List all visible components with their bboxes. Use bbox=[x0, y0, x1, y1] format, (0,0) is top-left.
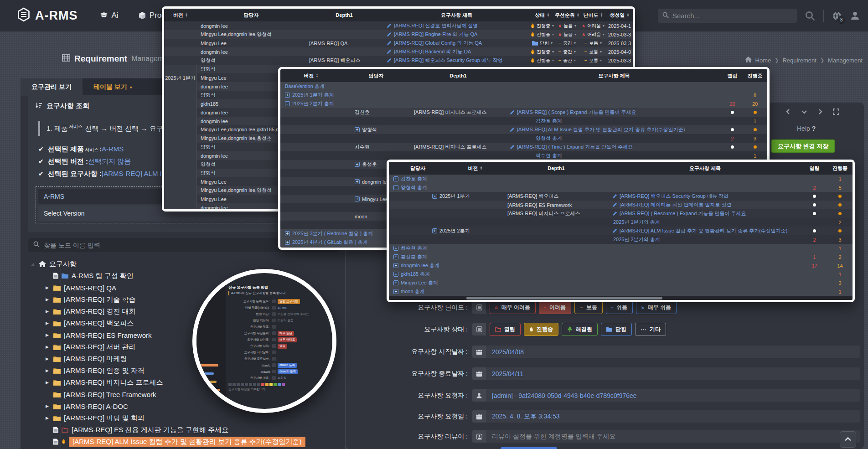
requirement-title-link[interactable]: [ARMS-REQ] 백오피스 Security Group 메뉴 작업 bbox=[394, 57, 503, 64]
sort-icon[interactable]: ▲▼ bbox=[600, 13, 603, 17]
expand-icon[interactable]: + bbox=[393, 176, 398, 181]
requirement-title-link[interactable]: [ARMS-REQ] ( Scope ) Expand 기능을 만들어 주세요 bbox=[517, 109, 636, 116]
tree-item[interactable]: ▶[ARMS-REQ] 미팅 및 회의 bbox=[27, 412, 344, 424]
expand-icon[interactable]: + bbox=[393, 246, 398, 251]
difficulty-dropdown[interactable]: ∧어려움▾ bbox=[582, 23, 604, 29]
status-option-해결됨[interactable]: 해결됨 bbox=[562, 323, 598, 336]
expand-icon[interactable]: + bbox=[355, 196, 360, 201]
tree-expand-icon[interactable]: ▶ bbox=[44, 297, 50, 302]
difficulty-dropdown[interactable]: −보통▾ bbox=[584, 49, 602, 55]
search-submit-icon[interactable] bbox=[805, 11, 815, 21]
field-value[interactable]: [admin] - 9af24080-050d-4943-b40e-d789c0… bbox=[486, 389, 860, 402]
status-dropdown[interactable]: 진행중▾ bbox=[531, 57, 554, 64]
field-value[interactable]: 리뷰어 설정을 위한 계정명을 입력해 주세요 bbox=[486, 430, 860, 443]
status-dropdown[interactable]: 진행중▾ bbox=[531, 31, 554, 38]
field-value[interactable]: 2025/04/11 bbox=[486, 367, 860, 380]
field-value[interactable]: 2025. 4. 8. 오후 3:34:53 bbox=[486, 410, 860, 423]
difficulty-option-매우 어려움[interactable]: «매우 어려움 bbox=[490, 301, 536, 314]
difficulty-option-쉬움[interactable]: ›쉬움 bbox=[606, 301, 633, 314]
difficulty-option-어려움[interactable]: ‹어려움 bbox=[539, 301, 571, 314]
tree-expand-icon[interactable]: ▶ bbox=[44, 380, 50, 385]
tree-item[interactable]: [ARMS-REQ] ES 전용 게시판 기능을 구현해 주세요 bbox=[27, 424, 344, 436]
requirement-title-link[interactable]: [ARMS-REQ] ( Time ) Expand 기능을 만들어 주세요 bbox=[517, 144, 633, 150]
expand-icon[interactable]: + bbox=[393, 263, 398, 268]
tree-collapse-icon[interactable]: ◢ bbox=[30, 262, 36, 266]
expand-icon[interactable]: + bbox=[285, 93, 290, 98]
tree-expand-icon[interactable]: ▶ bbox=[44, 333, 50, 337]
tree-expand-icon[interactable]: ▶ bbox=[44, 356, 50, 361]
tree-expand-icon[interactable]: ▶ bbox=[44, 321, 50, 325]
expand-icon[interactable]: + bbox=[285, 240, 290, 245]
expand-icon[interactable]: + bbox=[355, 179, 360, 184]
requirement-title-link[interactable]: [ARMS-REQ] ALM Issue 컬럼 추가 및 현황관리 보기 종류 … bbox=[517, 126, 685, 133]
expand-icon[interactable]: + bbox=[432, 228, 437, 233]
breadcrumb-section[interactable]: Requirement bbox=[782, 57, 816, 64]
status-dropdown[interactable]: 진행중▾ bbox=[531, 23, 554, 29]
tree-item[interactable]: ◢요구사항 bbox=[27, 258, 344, 270]
horizontal-scrollbar[interactable] bbox=[389, 296, 852, 300]
difficulty-dropdown[interactable]: ∧어려움▾ bbox=[582, 31, 604, 38]
priority-dropdown[interactable]: ∧높음▾ bbox=[558, 23, 576, 29]
tree-expand-icon[interactable]: ▶ bbox=[44, 404, 50, 408]
priority-dropdown[interactable]: −중간▾ bbox=[558, 49, 576, 55]
requirement-title-link[interactable]: [ARMS-REQ] Engine-Fire 의 기능 QA bbox=[394, 31, 477, 38]
status-dropdown[interactable]: 닫힘▾ bbox=[532, 40, 553, 46]
tree-item[interactable]: [ARMS-REQ] ALM Issue 컬럼 추가 및 현황관리 보기 종류 … bbox=[27, 436, 344, 448]
tab-requirement-view[interactable]: 요구관리 보기 bbox=[21, 78, 83, 96]
sort-icon[interactable]: ▲▼ bbox=[627, 13, 630, 17]
sort-icon[interactable]: ▲▼ bbox=[547, 13, 550, 17]
difficulty-dropdown[interactable]: −보통▾ bbox=[584, 40, 602, 46]
search-input[interactable] bbox=[672, 12, 792, 20]
difficulty-option-보통[interactable]: −보통 bbox=[574, 301, 603, 314]
breadcrumb-home[interactable]: Home bbox=[755, 57, 771, 64]
expand-icon[interactable]: + bbox=[393, 289, 398, 294]
requirement-title-link[interactable]: [ARMS-REQ] Global Config 의 기능 QA bbox=[394, 40, 482, 46]
priority-dropdown[interactable]: −중간▾ bbox=[558, 57, 576, 64]
status-dropdown[interactable]: 진행중▾ bbox=[531, 49, 554, 55]
tree-expand-icon[interactable]: ▶ bbox=[44, 368, 50, 373]
difficulty-option-매우 쉬움[interactable]: »매우 쉬움 bbox=[636, 301, 677, 314]
difficulty-dropdown[interactable]: −보통▾ bbox=[584, 57, 602, 64]
collapse-icon[interactable]: - bbox=[432, 194, 437, 199]
user-icon[interactable] bbox=[850, 11, 860, 21]
requirement-title-link[interactable]: [ARMS-REQ] ( Resource ) Expand 기능을 만들어 주… bbox=[620, 210, 746, 217]
expand-icon[interactable]: + bbox=[355, 127, 360, 132]
expand-icon[interactable]: + bbox=[393, 272, 398, 277]
sort-icon[interactable]: ▲▼ bbox=[480, 166, 483, 170]
expand-icon[interactable]: + bbox=[393, 254, 398, 259]
expand-icon[interactable]: + bbox=[285, 231, 290, 236]
requirement-title-link[interactable]: [ARMS-REQ] 신경호 변리사님께 설명 bbox=[394, 22, 478, 29]
collapse-icon[interactable]: - bbox=[393, 185, 398, 190]
expand-icon[interactable]: + bbox=[355, 162, 360, 167]
priority-dropdown[interactable]: −중간▾ bbox=[558, 40, 576, 46]
chevron-right-icon[interactable] bbox=[817, 108, 823, 117]
tree-expand-icon[interactable]: ▶ bbox=[44, 309, 50, 314]
status-option-열림[interactable]: 열림 bbox=[490, 323, 521, 336]
chevron-left-icon[interactable] bbox=[785, 108, 791, 117]
sort-icon[interactable]: ▲▼ bbox=[577, 13, 579, 17]
tab-table-view[interactable]: 테이블 보기▾ bbox=[83, 78, 143, 96]
chevron-down-icon[interactable] bbox=[801, 108, 807, 117]
status-option-진행중[interactable]: 진행중 bbox=[524, 323, 558, 336]
requirement-title-link[interactable]: [ARMS-REQ] ALM Issue 컬럼 추가 및 현황관리 보기 종류 … bbox=[620, 227, 788, 234]
priority-dropdown[interactable]: ∧높음▾ bbox=[558, 31, 576, 38]
tree-expand-icon[interactable]: ▶ bbox=[44, 285, 50, 290]
status-option-닫힘[interactable]: 닫힘 bbox=[601, 323, 632, 336]
requirement-title-link[interactable]: [ARMS-REQ] 데이터는 최신 업데이트 일자로 정렬 bbox=[620, 201, 732, 208]
nav-item-ai[interactable]: Ai bbox=[100, 11, 119, 20]
collapse-icon[interactable]: - bbox=[285, 101, 290, 106]
sort-icon[interactable]: ▲▼ bbox=[185, 13, 188, 17]
expand-icon[interactable] bbox=[833, 108, 839, 117]
bottom-button-sliver[interactable] bbox=[501, 447, 557, 449]
field-value[interactable]: 2025/04/08 bbox=[486, 346, 860, 358]
requirement-title-link[interactable]: [ARMS-REQ] Backend 의 기능 QA bbox=[394, 48, 471, 55]
tree-expand-icon[interactable]: ▶ bbox=[44, 416, 50, 420]
scrollbar-thumb[interactable] bbox=[466, 297, 662, 299]
app-logo[interactable]: A-RMS bbox=[16, 7, 78, 24]
scroll-to-top-button[interactable] bbox=[840, 431, 856, 448]
status-option-기타[interactable]: ⋯기타 bbox=[635, 323, 666, 336]
requirement-title-link[interactable]: [ARMS-REQ] 백오피스 Security Group 메뉴 작업 bbox=[620, 193, 728, 200]
notifications-icon[interactable]: 3 bbox=[832, 11, 842, 21]
save-requirement-button[interactable]: 요구사항 변경 저장 bbox=[771, 139, 835, 153]
global-search[interactable] bbox=[658, 9, 797, 23]
